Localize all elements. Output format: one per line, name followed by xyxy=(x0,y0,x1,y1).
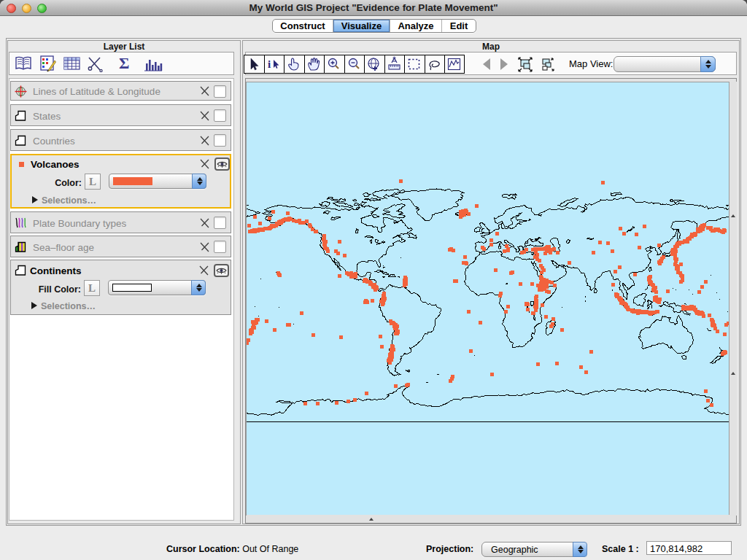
svg-text:i: i xyxy=(268,58,271,70)
